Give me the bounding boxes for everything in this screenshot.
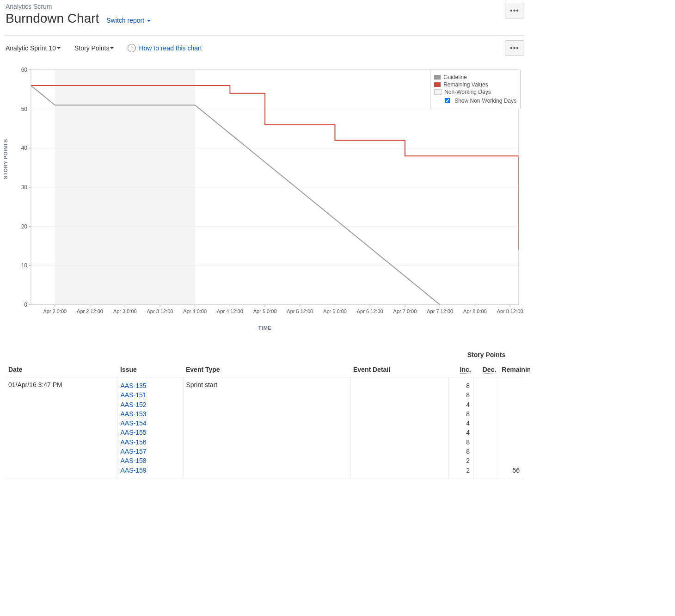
issue-link[interactable]: AAS-158 <box>121 456 180 465</box>
col-date[interactable]: Date <box>6 362 117 377</box>
svg-text:Apr 3 12:00: Apr 3 12:00 <box>147 308 173 314</box>
svg-text:Apr 2 12:00: Apr 2 12:00 <box>77 308 103 314</box>
legend-swatch-remaining <box>434 82 441 87</box>
svg-text:50: 50 <box>21 106 28 112</box>
svg-text:Apr 6 0:00: Apr 6 0:00 <box>323 308 347 314</box>
show-nonworking-checkbox[interactable] <box>445 98 450 104</box>
col-issue[interactable]: Issue <box>117 362 183 377</box>
estimate-selector-label: Story Points <box>74 44 109 52</box>
svg-text:Apr 8 12:00: Apr 8 12:00 <box>497 308 523 314</box>
svg-text:Apr 5 0:00: Apr 5 0:00 <box>253 308 277 314</box>
svg-text:Apr 3 0:00: Apr 3 0:00 <box>113 308 137 314</box>
table-row: 01/Apr/16 3:47 PMAAS-135AAS-151AAS-152AA… <box>6 377 524 479</box>
chart-actions-button[interactable]: ••• <box>505 40 524 56</box>
col-detail[interactable]: Event Detail <box>350 362 448 377</box>
issue-link[interactable]: AAS-157 <box>121 447 180 456</box>
svg-text:Apr 4 0:00: Apr 4 0:00 <box>183 308 207 314</box>
show-nonworking-label: Show Non-Working Days <box>454 98 516 104</box>
col-dec[interactable]: Dec. <box>474 362 499 377</box>
svg-text:40: 40 <box>21 145 28 151</box>
svg-text:10: 10 <box>21 262 28 269</box>
svg-text:Apr 6 12:00: Apr 6 12:00 <box>357 308 383 314</box>
how-to-read-label: How to read this chart <box>139 44 202 52</box>
svg-text:Apr 2 0:00: Apr 2 0:00 <box>43 308 67 314</box>
legend-remaining-label: Remaining Values <box>443 81 488 88</box>
issue-link[interactable]: AAS-156 <box>121 437 180 447</box>
chevron-down-icon <box>147 20 151 22</box>
more-actions-button[interactable]: ••• <box>505 3 524 18</box>
chevron-down-icon <box>110 47 114 49</box>
legend-nonworking-label: Non-Working Days <box>444 89 491 95</box>
story-points-header: Story Points <box>448 347 524 362</box>
col-event[interactable]: Event Type <box>183 362 350 377</box>
svg-text:60: 60 <box>21 67 28 73</box>
sprint-selector-label: Analytic Sprint 10 <box>6 44 56 52</box>
svg-text:Apr 7 0:00: Apr 7 0:00 <box>393 308 417 314</box>
svg-text:20: 20 <box>21 223 28 230</box>
col-remaining[interactable]: Remaining <box>499 362 524 377</box>
legend-show-nonworking[interactable]: Show Non-Working Days <box>442 96 516 105</box>
svg-text:Apr 7 12:00: Apr 7 12:00 <box>427 308 453 314</box>
legend-guideline-label: Guideline <box>443 74 467 80</box>
legend-remaining: Remaining Values <box>434 81 516 88</box>
cell-issue: AAS-135AAS-151AAS-152AAS-153AAS-154AAS-1… <box>117 377 183 479</box>
issue-link[interactable]: AAS-153 <box>121 409 180 419</box>
page-title: Burndown Chart <box>6 11 99 26</box>
legend-swatch-nonworking <box>434 89 442 95</box>
issue-link[interactable]: AAS-154 <box>121 419 180 428</box>
sprint-selector[interactable]: Analytic Sprint 10 <box>6 44 61 52</box>
svg-text:0: 0 <box>24 302 27 308</box>
issue-link[interactable]: AAS-152 <box>121 400 180 409</box>
x-axis-label: TIME <box>6 325 524 331</box>
cell-dec <box>474 377 499 479</box>
chevron-down-icon <box>57 47 61 49</box>
svg-text:Apr 4 12:00: Apr 4 12:00 <box>217 308 243 314</box>
cell-inc: 8848448822 <box>448 377 474 479</box>
legend-nonworking: Non-Working Days <box>434 89 516 95</box>
estimate-selector[interactable]: Story Points <box>74 44 114 52</box>
issue-link[interactable]: AAS-151 <box>121 390 180 400</box>
breadcrumb[interactable]: Analytics Scrum <box>6 3 151 10</box>
cell-event-type: Sprint start <box>183 377 350 479</box>
cell-remaining: 56 <box>499 377 524 479</box>
switch-report-label: Switch report <box>106 17 144 24</box>
issue-link[interactable]: AAS-155 <box>121 428 180 437</box>
issue-link[interactable]: AAS-135 <box>121 381 180 390</box>
svg-text:Apr 5 12:00: Apr 5 12:00 <box>287 308 313 314</box>
issue-link[interactable]: AAS-159 <box>121 466 180 475</box>
cell-event-detail <box>350 377 448 479</box>
legend-guideline: Guideline <box>434 74 516 80</box>
svg-text:30: 30 <box>21 184 28 191</box>
question-icon: ? <box>128 44 136 52</box>
cell-date: 01/Apr/16 3:47 PM <box>6 377 117 479</box>
events-table: Story Points Date Issue Event Type Event… <box>6 347 524 479</box>
svg-text:Apr 8 0:00: Apr 8 0:00 <box>463 308 487 314</box>
col-inc[interactable]: Inc. <box>448 362 474 377</box>
legend-swatch-guideline <box>434 75 441 80</box>
how-to-read-link[interactable]: ? How to read this chart <box>128 44 202 52</box>
burndown-chart: STORY POINTS 0102030405060Apr 2 0:00Apr … <box>6 65 524 333</box>
chart-legend: Guideline Remaining Values Non-Working D… <box>430 70 521 108</box>
switch-report-link[interactable]: Switch report <box>106 17 151 24</box>
y-axis-label: STORY POINTS <box>3 139 8 179</box>
